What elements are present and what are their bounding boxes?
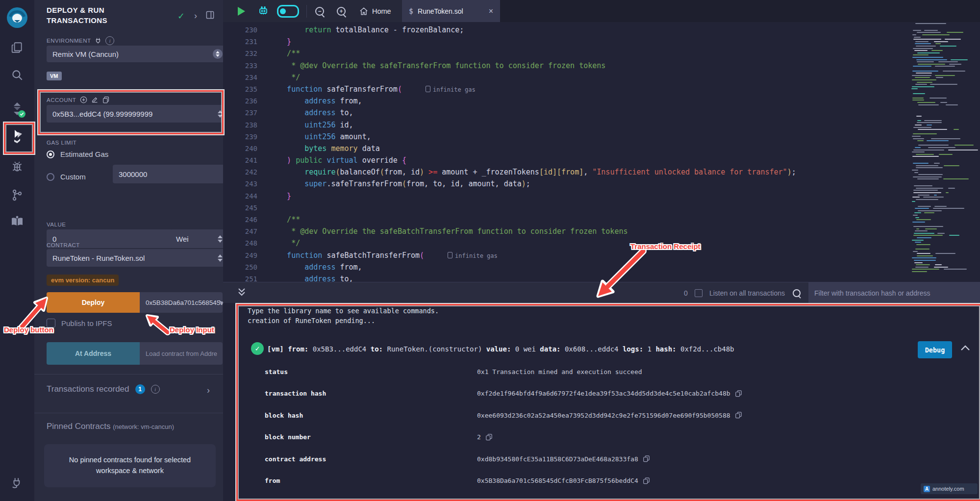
zoom-in-icon[interactable]: + (337, 7, 346, 16)
code-line: 235 function safeTransferFrom(infinite g… (223, 83, 909, 95)
home-tab[interactable]: Home (359, 7, 391, 15)
annotely-watermark: A annotely.com (921, 483, 978, 494)
ai-copilot-toggle[interactable] (277, 5, 299, 18)
account-select[interactable]: 0x5B3...eddC4 (99.999999999 (47, 105, 228, 123)
code-line: 247 * @dev Override the safeBatchTransfe… (223, 225, 909, 237)
at-address-input[interactable]: Load contract from Addre (140, 342, 223, 365)
receipt-row: toRuneToken.(constructor) (223, 492, 980, 501)
editor-area: − + Home $ RuneToken.sol × 230 return to… (223, 0, 980, 501)
tab-strip (500, 0, 980, 22)
custom-gas-input[interactable]: 3000000 (113, 165, 228, 183)
listen-all-checkbox[interactable] (695, 289, 703, 297)
environment-info-icon[interactable]: i (105, 36, 114, 45)
chevron-updown-icon (213, 49, 223, 59)
listen-all-label: Listen on all transactions (709, 289, 785, 297)
terminal-toolbar: 0 Listen on all transactions (223, 282, 980, 303)
code-line: 237 address to, (223, 107, 909, 119)
copy-icon[interactable] (486, 434, 492, 441)
terminal[interactable]: Type the library name to see available c… (223, 303, 980, 501)
close-tab-icon[interactable]: × (489, 7, 493, 16)
plug-icon (95, 37, 101, 44)
divider (34, 374, 223, 375)
code-line: 248 */ (223, 237, 909, 249)
code-editor[interactable]: 230 return totalBalance - frozenBalance;… (223, 22, 980, 282)
debugger-icon[interactable] (11, 160, 24, 173)
deploy-button[interactable]: Deploy (47, 292, 140, 313)
icon-rail (0, 0, 35, 501)
panel-expand-icon[interactable]: › (194, 11, 197, 21)
zoom-out-icon[interactable]: − (315, 7, 324, 16)
deploy-and-run-icon[interactable] (10, 129, 25, 145)
tx-expand-chevron-icon[interactable]: › (207, 385, 210, 396)
panel-pin-icon[interactable] (206, 11, 214, 19)
estimated-gas-radio[interactable]: Estimated Gas (47, 150, 108, 158)
search-icon[interactable] (11, 69, 24, 81)
code-line: 238 uint256 id, (223, 119, 909, 131)
value-label: VALUE (47, 222, 66, 227)
run-script-play-icon[interactable] (238, 7, 245, 16)
remix-ai-robot-icon[interactable] (257, 5, 269, 17)
receipt-row: block hash0xee6093d236c02a52a450ea73952d… (223, 404, 980, 426)
copy-account-icon[interactable] (102, 96, 110, 103)
debug-button[interactable]: Debug (918, 341, 952, 358)
home-icon (359, 7, 368, 15)
environment-select[interactable]: Remix VM (Cancun) (47, 46, 228, 62)
add-account-icon[interactable] (80, 96, 87, 103)
solidity-compiler-icon[interactable] (10, 101, 24, 116)
code-line: 231 } (223, 36, 909, 48)
code-line: 243 super.safeTransferFrom(from, to, id,… (223, 178, 909, 190)
code-line: 250 address from, (223, 261, 909, 273)
git-branch-icon[interactable] (11, 189, 24, 201)
edit-account-icon[interactable] (91, 96, 99, 103)
pinned-contracts-header: Pinned Contracts (network: vm-cancun) (47, 422, 174, 431)
publish-ipfs-checkbox[interactable]: Publish to IPFS (47, 319, 112, 327)
code-line: 236 address from, (223, 95, 909, 107)
copy-icon[interactable] (735, 390, 742, 397)
copy-icon[interactable] (643, 455, 650, 462)
value-unit-select[interactable]: Wei (170, 229, 228, 248)
radio-selected-icon (47, 150, 54, 158)
expand-terminal-icon[interactable] (238, 287, 246, 297)
chevron-updown-icon (218, 235, 223, 243)
tx-summary-line[interactable]: [vm] from: 0x5B3...eddC4 to: RuneToken.(… (267, 345, 734, 353)
remix-ide-window: DEPLOY & RUN TRANSACTIONS ✓ › ENVIRONMEN… (0, 0, 980, 501)
receipt-row: from0x5B38Da6a701c568545dCfcB03FcB875f56… (223, 470, 980, 492)
transactions-recorded-header[interactable]: Transactions recorded 1 i (47, 384, 160, 394)
divider (34, 413, 223, 413)
at-address-button[interactable]: At Address (47, 342, 140, 365)
code-line: 241 ) public virtual override { (223, 154, 909, 166)
code-line: 244 } (223, 190, 909, 202)
chevron-updown-icon (218, 254, 223, 262)
plugin-manager-icon[interactable] (11, 476, 24, 489)
infinite-gas-decorator: infinite gas (448, 252, 498, 259)
contract-select[interactable]: RuneToken - RuneToken.sol (47, 249, 228, 267)
panel-check-icon: ✓ (177, 11, 185, 22)
terminal-line: Type the library name to see available c… (248, 307, 439, 315)
tx-info-icon[interactable]: i (151, 385, 160, 394)
custom-gas-radio[interactable]: Custom (47, 173, 86, 181)
code-line: 230 return totalBalance - frozenBalance; (223, 24, 909, 36)
receipt-row: transaction hash0xf2de1f964bfd4f9a6d6797… (223, 383, 980, 405)
code-line: 245 (223, 202, 909, 214)
remix-logo[interactable] (6, 6, 28, 29)
code-line: 249 function safeBatchTransferFrom(infin… (223, 250, 909, 261)
minimap[interactable] (909, 22, 969, 275)
file-explorer-icon[interactable] (11, 41, 24, 54)
terminal-line: creation of RuneToken pending... (248, 317, 375, 325)
deploy-constructor-input[interactable]: 0x5B38Da6a701c568545d (140, 292, 223, 313)
gas-pump-icon (448, 252, 452, 258)
terminal-search-icon (793, 289, 801, 297)
tx-count-badge: 1 (135, 384, 145, 394)
terminal-filter-input[interactable] (808, 282, 980, 303)
collapse-receipt-chevron-icon[interactable] (960, 345, 970, 351)
learneth-book-icon[interactable] (11, 216, 24, 227)
copy-icon[interactable] (643, 477, 650, 484)
tab-runetoken-sol[interactable]: $ RuneToken.sol × (402, 0, 500, 22)
panel-title: DEPLOY & RUN TRANSACTIONS (47, 5, 164, 25)
gas-limit-label: GAS LIMIT (47, 140, 76, 146)
evm-version-badge: evm version: cancun (47, 275, 119, 286)
code-line: 240 bytes memory data (223, 143, 909, 154)
copy-icon[interactable] (735, 412, 742, 419)
receipt-table: status0x1 Transaction mined and executio… (223, 361, 980, 501)
code-line: 234 */ (223, 72, 909, 83)
